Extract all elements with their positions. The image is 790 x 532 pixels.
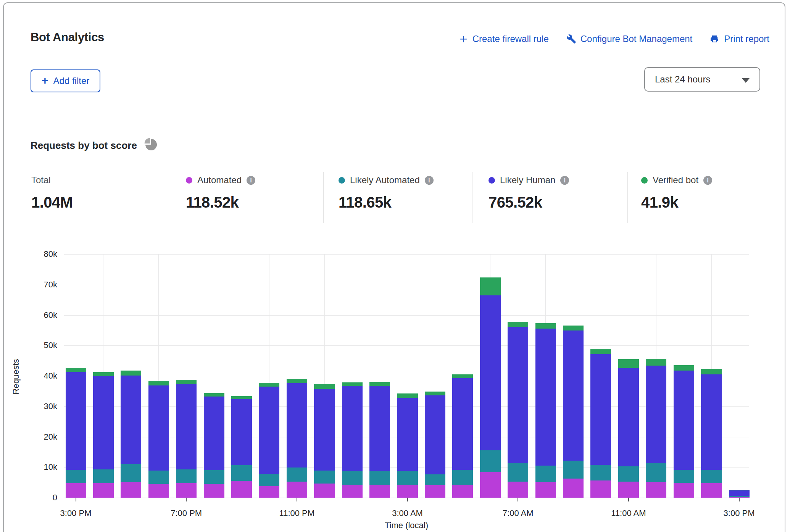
bar-segment-likely-human [535, 329, 556, 466]
bar-3-00-pm[interactable] [729, 490, 750, 498]
bar-segment-likely-human [674, 371, 694, 469]
bar-segment-automated [397, 485, 418, 498]
bar-11-00-am[interactable] [618, 359, 639, 498]
bar-segment-verified-bot [259, 383, 279, 387]
bar-segment-verified-bot [204, 393, 224, 397]
bar-2-00-am[interactable] [369, 382, 390, 498]
bar-segment-likely-automated [287, 468, 307, 482]
h-gridline [64, 254, 749, 255]
bar-1-00-am[interactable] [342, 382, 363, 498]
bar-12-00-pm[interactable] [646, 359, 666, 498]
bar-segment-automated [674, 483, 694, 498]
y-tick-label: 10k [18, 462, 57, 472]
bar-segment-automated [66, 483, 86, 497]
bar-segment-likely-automated [314, 471, 335, 484]
bar-segment-likely-automated [342, 471, 363, 485]
bar-segment-likely-human [646, 366, 666, 463]
bar-segment-automated [563, 479, 584, 498]
bar-segment-verified-bot [674, 365, 694, 371]
bar-7-00-pm[interactable] [176, 380, 197, 498]
bar-segment-automated [618, 482, 639, 498]
bar-segment-likely-human [342, 386, 363, 471]
bar-segment-likely-human [259, 387, 279, 474]
x-tick-label: 3:00 PM [705, 508, 774, 518]
x-tick-mark [628, 498, 629, 501]
bar-segment-automated [701, 483, 722, 497]
bar-11-00-pm[interactable] [287, 379, 307, 498]
x-tick-label: 11:00 PM [263, 508, 331, 518]
x-tick-mark [297, 498, 297, 501]
bar-segment-verified-bot [397, 393, 418, 398]
bar-segment-likely-automated [618, 466, 639, 482]
bar-segment-automated [204, 484, 224, 498]
bar-segment-automated [176, 483, 197, 498]
bar-segment-verified-bot [618, 359, 639, 368]
bar-segment-likely-human [121, 376, 141, 464]
bar-segment-likely-human [480, 295, 501, 451]
bar-10-00-pm[interactable] [259, 383, 279, 498]
bar-segment-verified-bot [452, 374, 473, 378]
bar-segment-likely-automated [508, 463, 528, 482]
bar-6-00-pm[interactable] [148, 381, 169, 498]
bar-segment-verified-bot [508, 322, 528, 327]
bar-segment-automated [590, 480, 611, 498]
x-tick-mark [518, 498, 518, 501]
bar-5-00-pm[interactable] [121, 371, 141, 498]
bar-segment-automated [508, 482, 528, 498]
bar-9-00-am[interactable] [563, 326, 584, 498]
x-tick-mark [739, 498, 740, 501]
bar-segment-verified-bot [425, 392, 445, 395]
bar-segment-likely-human [508, 327, 528, 463]
bar-segment-likely-automated [452, 470, 473, 485]
bar-segment-verified-bot [93, 372, 114, 376]
bar-4-00-pm[interactable] [93, 372, 114, 498]
bar-3-00-am[interactable] [397, 393, 418, 498]
bar-12-00-am[interactable] [314, 384, 335, 498]
bar-segment-likely-automated [204, 470, 224, 484]
bar-segment-likely-automated [369, 471, 390, 485]
bar-segment-likely-human [176, 384, 197, 469]
bar-segment-verified-bot [121, 371, 141, 376]
bar-segment-likely-human [369, 386, 390, 472]
bar-8-00-pm[interactable] [204, 393, 224, 498]
bar-segment-automated [121, 482, 141, 498]
bar-segment-verified-bot [66, 368, 86, 372]
bar-segment-verified-bot [231, 396, 252, 399]
bar-5-00-am[interactable] [452, 374, 473, 498]
x-axis-title: Time (local) [357, 521, 456, 530]
bar-10-00-am[interactable] [590, 349, 611, 498]
bar-segment-likely-automated [121, 464, 141, 482]
bar-segment-likely-human [66, 372, 86, 469]
bar-segment-verified-bot [148, 381, 169, 385]
bar-segment-automated [646, 482, 666, 498]
y-tick-label: 40k [18, 371, 57, 381]
bar-segment-likely-automated [259, 474, 279, 487]
bar-9-00-pm[interactable] [231, 396, 252, 498]
bar-segment-automated [452, 485, 473, 497]
y-tick-label: 80k [18, 249, 57, 259]
bar-segment-likely-human [701, 374, 722, 470]
bar-2-00-pm[interactable] [701, 369, 722, 498]
bar-segment-automated [259, 486, 279, 498]
bar-1-00-pm[interactable] [674, 365, 694, 498]
bar-3-00-pm[interactable] [66, 368, 86, 498]
bar-segment-verified-bot [176, 380, 197, 384]
bar-8-00-am[interactable] [535, 323, 556, 498]
bar-segment-automated [480, 472, 501, 498]
h-gridline [64, 498, 749, 498]
y-tick-label: 20k [18, 432, 57, 442]
bar-segment-likely-human [93, 376, 114, 469]
bar-segment-verified-bot [342, 382, 363, 386]
bar-7-00-am[interactable] [508, 322, 528, 498]
y-tick-label: 60k [18, 310, 57, 320]
bar-segment-likely-human [590, 354, 611, 464]
bar-4-00-am[interactable] [425, 392, 445, 498]
x-tick-label: 3:00 AM [373, 508, 442, 518]
bar-segment-verified-bot [369, 382, 390, 386]
h-gridline [64, 285, 749, 285]
bar-segment-likely-human [452, 378, 473, 470]
bar-segment-likely-human [425, 395, 445, 474]
bar-segment-likely-human [204, 397, 224, 470]
bar-6-00-am[interactable] [480, 277, 501, 498]
bar-segment-automated [425, 485, 445, 498]
